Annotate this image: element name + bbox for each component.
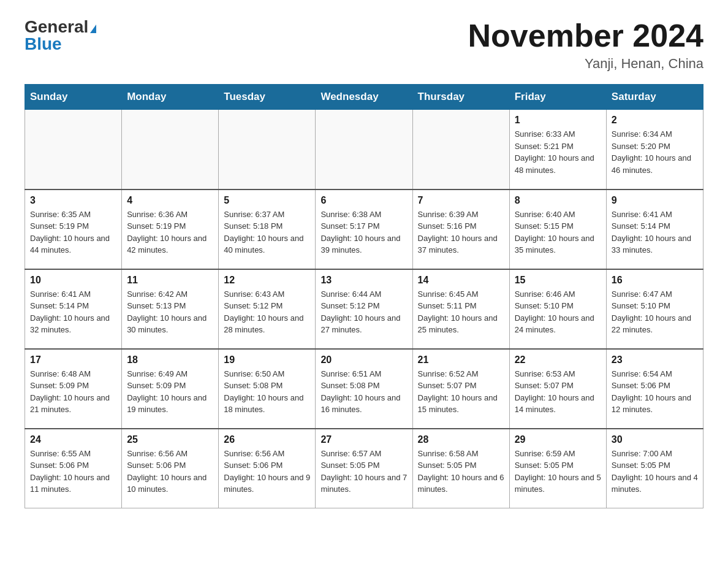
day-number: 13 [320,275,407,286]
cell-4-4: 28Sunrise: 6:58 AM Sunset: 5:05 PM Dayli… [412,429,509,508]
logo-blue-text: Blue [25,34,62,53]
cell-2-3: 13Sunrise: 6:44 AM Sunset: 5:12 PM Dayli… [316,269,412,349]
day-number: 5 [224,195,310,206]
day-number: 27 [320,434,407,445]
cell-0-3 [316,110,412,190]
cell-4-1: 25Sunrise: 6:56 AM Sunset: 5:06 PM Dayli… [122,429,219,508]
col-sunday: Sunday [25,85,122,110]
day-info: Sunrise: 7:00 AM Sunset: 5:05 PM Dayligh… [612,448,698,496]
day-info: Sunrise: 6:59 AM Sunset: 5:05 PM Dayligh… [515,448,601,496]
logo-general-row: General [25,18,96,36]
cell-3-6: 23Sunrise: 6:54 AM Sunset: 5:06 PM Dayli… [606,349,703,429]
cell-0-4 [412,110,509,190]
day-info: Sunrise: 6:39 AM Sunset: 5:16 PM Dayligh… [418,209,504,256]
day-info: Sunrise: 6:54 AM Sunset: 5:06 PM Dayligh… [612,368,698,416]
cell-4-5: 29Sunrise: 6:59 AM Sunset: 5:05 PM Dayli… [509,429,606,508]
day-number: 23 [612,354,698,366]
day-info: Sunrise: 6:42 AM Sunset: 5:13 PM Dayligh… [127,288,213,336]
cell-3-3: 20Sunrise: 6:51 AM Sunset: 5:08 PM Dayli… [316,349,412,429]
title-area: November 2024 Yanji, Henan, China [468,18,703,72]
day-info: Sunrise: 6:51 AM Sunset: 5:08 PM Dayligh… [320,368,407,416]
cell-4-0: 24Sunrise: 6:55 AM Sunset: 5:06 PM Dayli… [25,429,122,508]
logo-triangle-icon [90,25,96,33]
cell-4-2: 26Sunrise: 6:56 AM Sunset: 5:06 PM Dayli… [219,429,316,508]
week-row-4: 17Sunrise: 6:48 AM Sunset: 5:09 PM Dayli… [25,349,703,429]
day-info: Sunrise: 6:37 AM Sunset: 5:18 PM Dayligh… [224,209,310,256]
day-info: Sunrise: 6:57 AM Sunset: 5:05 PM Dayligh… [320,448,407,496]
day-number: 1 [515,115,601,126]
day-info: Sunrise: 6:35 AM Sunset: 5:19 PM Dayligh… [30,209,116,256]
cell-2-5: 15Sunrise: 6:46 AM Sunset: 5:10 PM Dayli… [509,269,606,349]
cell-2-2: 12Sunrise: 6:43 AM Sunset: 5:12 PM Dayli… [219,269,316,349]
day-info: Sunrise: 6:34 AM Sunset: 5:20 PM Dayligh… [612,128,698,176]
cell-3-1: 18Sunrise: 6:49 AM Sunset: 5:09 PM Dayli… [122,349,219,429]
cell-2-4: 14Sunrise: 6:45 AM Sunset: 5:11 PM Dayli… [412,269,509,349]
cell-1-1: 4Sunrise: 6:36 AM Sunset: 5:19 PM Daylig… [122,190,219,269]
day-info: Sunrise: 6:47 AM Sunset: 5:10 PM Dayligh… [612,288,698,336]
col-saturday: Saturday [606,85,703,110]
month-title: November 2024 [468,18,703,53]
day-info: Sunrise: 6:38 AM Sunset: 5:17 PM Dayligh… [320,209,407,256]
day-number: 28 [418,434,504,445]
day-number: 15 [515,275,601,286]
page-header: General Blue November 2024 Yanji, Henan,… [25,18,703,72]
cell-1-4: 7Sunrise: 6:39 AM Sunset: 5:16 PM Daylig… [412,190,509,269]
day-info: Sunrise: 6:45 AM Sunset: 5:11 PM Dayligh… [418,288,504,336]
day-number: 17 [30,354,116,366]
col-thursday: Thursday [412,85,509,110]
day-number: 14 [418,275,504,286]
day-info: Sunrise: 6:56 AM Sunset: 5:06 PM Dayligh… [224,448,310,496]
day-number: 25 [127,434,213,445]
cell-3-0: 17Sunrise: 6:48 AM Sunset: 5:09 PM Dayli… [25,349,122,429]
day-number: 7 [418,195,504,206]
week-row-3: 10Sunrise: 6:41 AM Sunset: 5:14 PM Dayli… [25,269,703,349]
day-number: 9 [612,195,698,206]
cell-1-6: 9Sunrise: 6:41 AM Sunset: 5:14 PM Daylig… [606,190,703,269]
cell-0-0 [25,110,122,190]
cell-0-1 [122,110,219,190]
day-info: Sunrise: 6:56 AM Sunset: 5:06 PM Dayligh… [127,448,213,496]
cell-3-5: 22Sunrise: 6:53 AM Sunset: 5:07 PM Dayli… [509,349,606,429]
day-info: Sunrise: 6:52 AM Sunset: 5:07 PM Dayligh… [418,368,504,416]
day-number: 3 [30,195,116,206]
cell-1-2: 5Sunrise: 6:37 AM Sunset: 5:18 PM Daylig… [219,190,316,269]
day-number: 12 [224,275,310,286]
cell-3-4: 21Sunrise: 6:52 AM Sunset: 5:07 PM Dayli… [412,349,509,429]
day-number: 8 [515,195,601,206]
week-row-1: 1Sunrise: 6:33 AM Sunset: 5:21 PM Daylig… [25,110,703,190]
day-number: 22 [515,354,601,366]
day-number: 21 [418,354,504,366]
day-info: Sunrise: 6:41 AM Sunset: 5:14 PM Dayligh… [30,288,116,336]
col-wednesday: Wednesday [316,85,412,110]
day-number: 6 [320,195,407,206]
cell-0-6: 2Sunrise: 6:34 AM Sunset: 5:20 PM Daylig… [606,110,703,190]
calendar-table: Sunday Monday Tuesday Wednesday Thursday… [25,84,703,508]
day-info: Sunrise: 6:58 AM Sunset: 5:05 PM Dayligh… [418,448,504,496]
calendar-body: 1Sunrise: 6:33 AM Sunset: 5:21 PM Daylig… [25,110,703,508]
cell-2-1: 11Sunrise: 6:42 AM Sunset: 5:13 PM Dayli… [122,269,219,349]
cell-3-2: 19Sunrise: 6:50 AM Sunset: 5:08 PM Dayli… [219,349,316,429]
day-info: Sunrise: 6:44 AM Sunset: 5:12 PM Dayligh… [320,288,407,336]
week-row-5: 24Sunrise: 6:55 AM Sunset: 5:06 PM Dayli… [25,429,703,508]
day-info: Sunrise: 6:53 AM Sunset: 5:07 PM Dayligh… [515,368,601,416]
day-number: 30 [612,434,698,445]
cell-2-0: 10Sunrise: 6:41 AM Sunset: 5:14 PM Dayli… [25,269,122,349]
week-row-2: 3Sunrise: 6:35 AM Sunset: 5:19 PM Daylig… [25,190,703,269]
day-info: Sunrise: 6:40 AM Sunset: 5:15 PM Dayligh… [515,209,601,256]
cell-1-5: 8Sunrise: 6:40 AM Sunset: 5:15 PM Daylig… [509,190,606,269]
day-number: 11 [127,275,213,286]
day-number: 24 [30,434,116,445]
day-number: 4 [127,195,213,206]
day-info: Sunrise: 6:36 AM Sunset: 5:19 PM Dayligh… [127,209,213,256]
day-info: Sunrise: 6:43 AM Sunset: 5:12 PM Dayligh… [224,288,310,336]
day-number: 29 [515,434,601,445]
col-friday: Friday [509,85,606,110]
col-tuesday: Tuesday [219,85,316,110]
day-number: 26 [224,434,310,445]
day-number: 2 [612,115,698,126]
day-info: Sunrise: 6:41 AM Sunset: 5:14 PM Dayligh… [612,209,698,256]
day-number: 20 [320,354,407,366]
logo-general-text: General [25,17,88,36]
day-info: Sunrise: 6:46 AM Sunset: 5:10 PM Dayligh… [515,288,601,336]
header-row: Sunday Monday Tuesday Wednesday Thursday… [25,85,703,110]
